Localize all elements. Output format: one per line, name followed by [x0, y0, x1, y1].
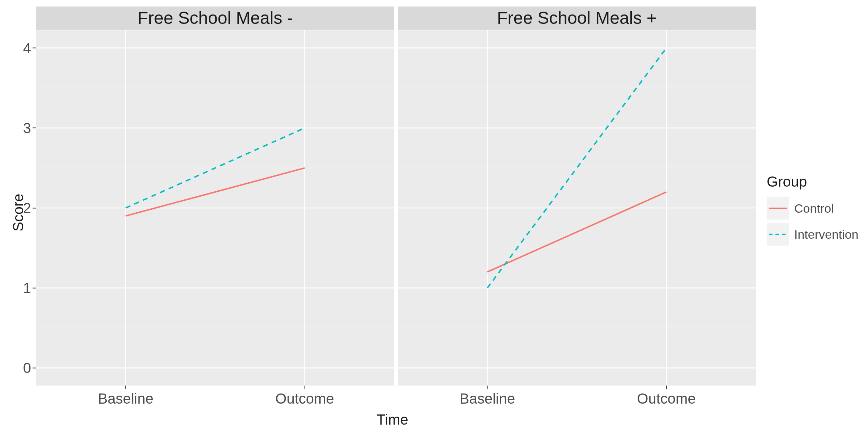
- series-line: [488, 192, 667, 272]
- y-tick-label: 4: [4, 40, 31, 56]
- plot-panel-1: [36, 30, 394, 386]
- x-tick-label: Baseline: [98, 391, 153, 407]
- plot-svg-2: [398, 30, 756, 386]
- y-tick-label: 3: [4, 120, 31, 136]
- legend-label: Intervention: [794, 227, 859, 242]
- x-tick-label: Baseline: [460, 391, 515, 407]
- x-tick-label: Outcome: [637, 391, 695, 407]
- legend-title: Group: [767, 174, 861, 190]
- legend-item: Control: [767, 197, 861, 220]
- legend-item: Intervention: [767, 223, 861, 246]
- legend: Group ControlIntervention: [767, 174, 861, 249]
- plot-svg-1: [36, 30, 394, 386]
- facet-strip-1: Free School Meals -: [36, 7, 394, 30]
- legend-key: [767, 197, 789, 220]
- y-tick-label: 0: [4, 360, 31, 376]
- chart-stage: Score Time 01234 Free School Meals - Fre…: [0, 0, 868, 434]
- y-tick-label: 1: [4, 280, 31, 296]
- x-axis-title: Time: [29, 412, 756, 428]
- y-tick-label: 2: [4, 200, 31, 216]
- plot-panel-2: [398, 30, 756, 386]
- legend-label: Control: [794, 201, 834, 216]
- x-tick-label: Outcome: [275, 391, 334, 407]
- legend-key: [767, 223, 789, 246]
- facet-strip-2: Free School Meals +: [398, 7, 756, 30]
- series-line: [126, 168, 305, 216]
